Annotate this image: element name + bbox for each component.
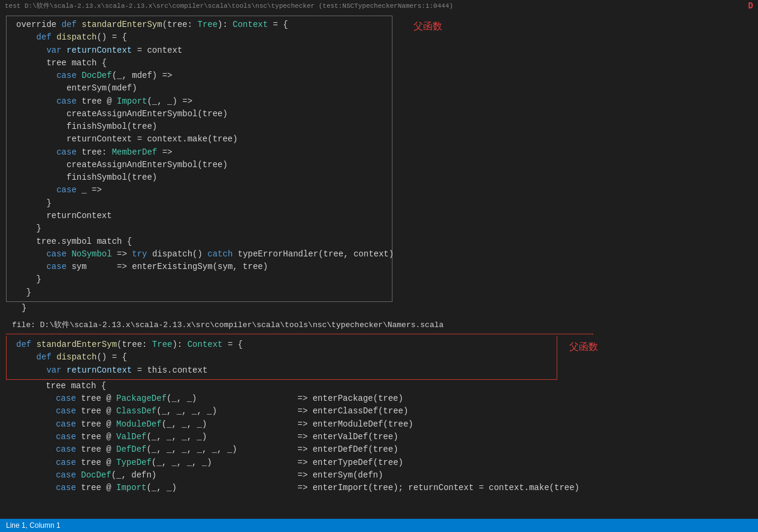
closing-brace: } bbox=[6, 302, 758, 315]
editor-main[interactable]: override def standardEnterSym(tree: Tree… bbox=[0, 12, 758, 513]
status-text: Line 1, Column 1 bbox=[6, 521, 61, 530]
lower-code-box: def standardEnterSym(tree: Tree): Contex… bbox=[6, 336, 557, 380]
lower-code-outside-box: tree match { case tree @ PackageDef(_, _… bbox=[6, 380, 752, 494]
lower-section-wrapper: def standardEnterSym(tree: Tree): Contex… bbox=[6, 336, 752, 380]
lower-code-extended: tree match { case tree @ PackageDef(_, _… bbox=[16, 380, 752, 494]
file-path-box-border bbox=[6, 334, 593, 335]
breadcrumb: test D:\软件\scala-2.13.x\scala-2.13.x\src… bbox=[0, 0, 758, 12]
file-path-line: file: D:\软件\scala-2.13.x\scala-2.13.x\sr… bbox=[0, 315, 758, 335]
file-path-text: file: D:\软件\scala-2.13.x\scala-2.13.x\sr… bbox=[12, 321, 443, 330]
editor-container: test D:\软件\scala-2.13.x\scala-2.13.x\src… bbox=[0, 0, 758, 532]
lower-code-content: def standardEnterSym(tree: Tree): Contex… bbox=[7, 338, 557, 377]
lower-section-label: 父函数 bbox=[569, 341, 598, 353]
breadcrumb-text: test D:\软件\scala-2.13.x\scala-2.13.x\src… bbox=[5, 2, 453, 10]
status-bar: Line 1, Column 1 bbox=[0, 519, 758, 532]
logo-icon: D bbox=[748, 0, 753, 12]
upper-code-box: override def standardEnterSym(tree: Tree… bbox=[6, 16, 392, 302]
upper-section-label: 父函数 bbox=[413, 20, 442, 33]
upper-section-wrapper: override def standardEnterSym(tree: Tree… bbox=[6, 16, 752, 302]
upper-code-content: override def standardEnterSym(tree: Tree… bbox=[7, 19, 392, 299]
